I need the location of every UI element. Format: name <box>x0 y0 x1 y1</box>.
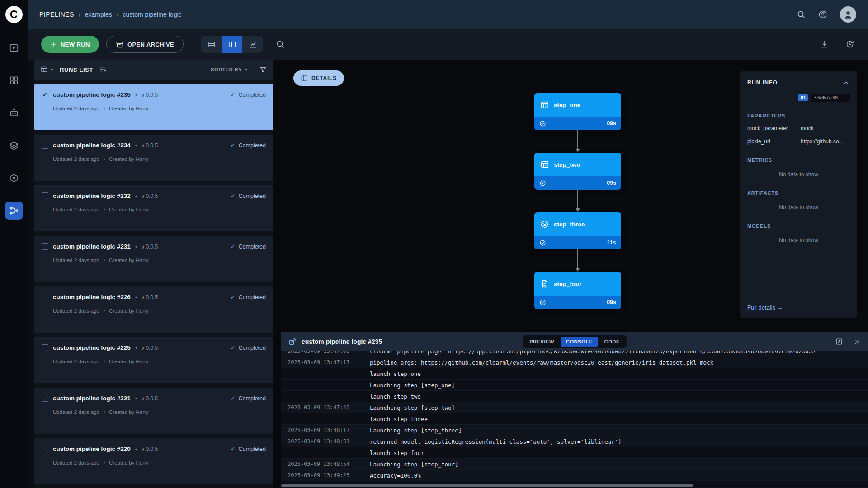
run-created: Created by Harry <box>109 460 149 465</box>
run-list-item[interactable]: ✓ custom pipeline logic #225 ● v 0.0.5 ✓… <box>34 337 273 383</box>
run-list-item[interactable]: ✓ custom pipeline logic #232 ● v 0.0.5 ✓… <box>34 185 273 231</box>
console-tab[interactable]: CODE <box>599 337 625 347</box>
run-checkbox[interactable]: ✓ <box>42 243 48 250</box>
dag-node-step-three[interactable]: step_three 11s <box>534 212 621 249</box>
new-run-button[interactable]: NEW RUN <box>41 36 99 53</box>
popout-panel-icon[interactable] <box>288 338 297 346</box>
run-checkbox[interactable]: ✓ <box>42 142 48 149</box>
close-icon[interactable] <box>854 338 861 345</box>
filter-icon[interactable] <box>259 66 267 73</box>
run-checkbox[interactable]: ✓ <box>42 344 48 351</box>
search-icon[interactable] <box>797 10 806 19</box>
full-details-link[interactable]: Full details → <box>747 304 850 311</box>
metrics-empty-text: No data to show <box>747 171 850 178</box>
dot-separator-icon: ● <box>135 194 137 197</box>
plus-icon <box>50 41 57 47</box>
layout-picker-button[interactable] <box>41 66 54 73</box>
runs-list-panel: RUNS LIST SORTED BY ✓ custom pipeline lo… <box>34 60 273 488</box>
console-tab[interactable]: CONSOLE <box>561 337 598 347</box>
maximize-icon[interactable] <box>835 338 843 346</box>
run-checkbox[interactable]: ✓ <box>42 294 48 300</box>
console-log[interactable]: 2025-03-09 13:47:05 clearml pipeline pag… <box>281 351 868 488</box>
run-updated: Updated 2 days ago <box>53 308 99 314</box>
toolbar-search-icon[interactable] <box>276 40 285 49</box>
breadcrumb-current[interactable]: custom pipeline logic <box>123 11 182 18</box>
status-check-icon: ✓ <box>231 446 236 452</box>
id-badge: ID <box>798 94 808 101</box>
log-message: returned model: LogisticRegression(multi… <box>363 438 622 445</box>
run-checkbox[interactable]: ✓ <box>42 192 48 199</box>
run-checkbox[interactable]: ✓ <box>42 446 48 452</box>
step-name: step_four <box>554 281 582 287</box>
run-list-item[interactable]: ✓ custom pipeline logic #235 ● v 0.0.5 ✓… <box>34 84 273 130</box>
log-timestamp: 2025-03-09 13:48:51 <box>281 436 363 447</box>
run-list-item[interactable]: ✓ custom pipeline logic #231 ● v 0.0.5 ✓… <box>34 236 273 282</box>
rail-models-icon[interactable] <box>5 169 23 187</box>
status-label: Completed <box>239 92 266 98</box>
dag-node-step-four[interactable]: step_four 09s <box>534 272 621 309</box>
open-archive-button[interactable]: OPEN ARCHIVE <box>106 36 184 53</box>
run-updated: Updated 2 days ago <box>53 106 99 111</box>
check-circle-icon <box>539 120 546 127</box>
run-list-item[interactable]: ✓ custom pipeline logic #226 ● v 0.0.5 ✓… <box>34 286 273 333</box>
run-list-item[interactable]: ✓ custom pipeline logic #234 ● v 0.0.5 ✓… <box>34 135 273 181</box>
breadcrumb-separator: / <box>117 11 118 18</box>
step-duration: 09s <box>607 180 616 186</box>
view-toggle-group <box>201 36 263 53</box>
console-log-line: launch step three <box>281 413 868 425</box>
runs-list-title: RUNS LIST <box>60 66 93 73</box>
console-tab[interactable]: PREVIEW <box>524 337 560 347</box>
breadcrumb-pipelines[interactable]: PIPELINES <box>39 11 74 18</box>
parameter-row: mock_parameter mock <box>747 125 850 131</box>
rail-workers-icon[interactable] <box>5 104 23 122</box>
log-timestamp <box>281 368 363 379</box>
dag-node-step-one[interactable]: step_one 09s <box>534 93 621 130</box>
models-section-label: MODELS <box>747 223 850 229</box>
new-run-label: NEW RUN <box>61 41 90 48</box>
status-check-icon: ✓ <box>231 243 236 250</box>
dag-node-step-two[interactable]: step_two 09s <box>534 153 621 190</box>
auto-refresh-icon[interactable] <box>845 40 854 49</box>
file-step-icon <box>540 279 549 288</box>
log-message: launch step two <box>363 393 421 400</box>
download-icon[interactable] <box>820 40 829 49</box>
details-button[interactable]: DETAILS <box>293 70 344 86</box>
breadcrumb-examples[interactable]: examples <box>85 11 112 18</box>
log-timestamp <box>281 391 363 402</box>
run-checkbox[interactable]: ✓ <box>42 395 48 402</box>
logo-wrap: C <box>0 0 28 29</box>
log-timestamp <box>281 413 363 424</box>
parameter-value: https://github.co... <box>801 138 850 145</box>
sort-icon[interactable] <box>99 66 107 73</box>
user-avatar[interactable] <box>840 6 856 23</box>
table-view-toggle[interactable] <box>201 36 222 53</box>
sorted-by-label: SORTED BY <box>211 67 242 72</box>
console-panel: custom pipeline logic #235 PREVIEW CONSO… <box>281 332 868 488</box>
run-created: Created by Harry <box>109 359 149 364</box>
rail-projects-icon[interactable] <box>5 71 23 89</box>
rail-pipelines-icon[interactable] <box>5 202 23 220</box>
run-id-value[interactable]: 33d67a30... <box>811 94 850 102</box>
run-checkbox[interactable]: ✓ <box>42 91 48 98</box>
run-status-badge: ✓ Completed <box>231 192 266 199</box>
log-timestamp: 2025-03-09 13:49:23 <box>281 470 363 481</box>
log-timestamp: 2025-03-09 13:47:05 <box>281 351 363 357</box>
open-archive-label: OPEN ARCHIVE <box>127 41 174 48</box>
log-message: Launching step [step_four] <box>363 461 458 468</box>
help-icon[interactable] <box>818 10 827 19</box>
rail-datasets-icon[interactable] <box>5 136 23 155</box>
sorted-by-dropdown[interactable]: SORTED BY <box>211 67 249 72</box>
run-list-item[interactable]: ✓ custom pipeline logic #221 ● v 0.0.5 ✓… <box>34 388 273 434</box>
chart-view-toggle[interactable] <box>242 36 263 53</box>
run-title: custom pipeline logic #221 <box>53 395 131 402</box>
log-timestamp: 2025-03-09 13:48:54 <box>281 459 363 469</box>
run-version: v 0.0.5 <box>142 446 158 452</box>
chevron-up-icon[interactable] <box>843 79 850 86</box>
console-hscrollbar[interactable] <box>281 484 693 487</box>
run-list-item[interactable]: ✓ custom pipeline logic #220 ● v 0.0.5 ✓… <box>34 438 273 484</box>
rail-getting-started-icon[interactable] <box>5 39 23 57</box>
bullet-separator-icon: • <box>104 258 105 263</box>
step-duration: 09s <box>607 120 616 127</box>
clearml-logo-icon[interactable]: C <box>5 6 23 23</box>
split-view-toggle[interactable] <box>222 36 242 53</box>
